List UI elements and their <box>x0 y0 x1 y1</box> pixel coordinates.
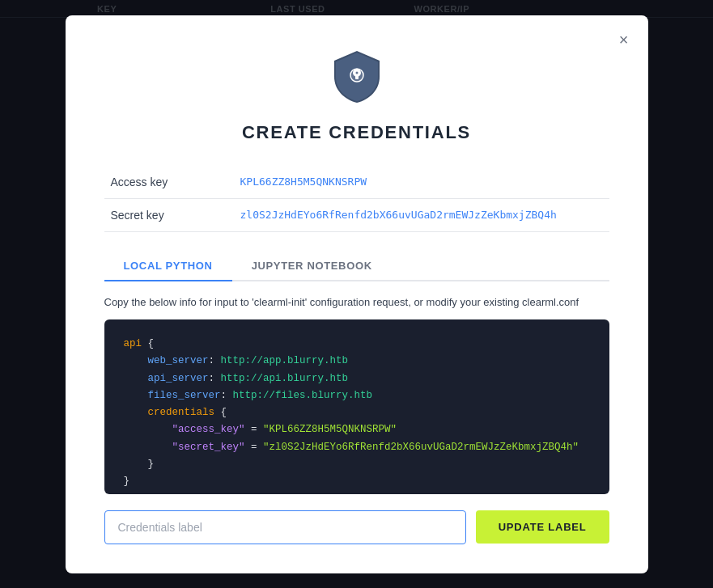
code-line-2: web_server: http://app.blurry.htb <box>124 353 590 370</box>
credentials-label-input[interactable] <box>104 510 466 544</box>
code-line-7: "secret_key" = "zl0S2JzHdEYo6RfRenfd2bX6… <box>124 439 590 456</box>
access-key-label: Access key <box>104 166 234 199</box>
modal-overlay: × CREATE CREDENTIALS Access key KPL66ZZ8… <box>0 0 713 588</box>
secret-key-label: Secret key <box>104 198 234 231</box>
code-line-3: api_server: http://api.blurry.htb <box>124 370 590 387</box>
update-label-button[interactable]: UPDATE LABEL <box>476 510 609 544</box>
close-button[interactable]: × <box>616 28 632 51</box>
credentials-table: Access key KPL66ZZ8H5M5QNKNSRPW Secret k… <box>104 166 609 232</box>
code-line-1: api { <box>124 336 590 353</box>
tab-bar: LOCAL PYTHON JUPYTER NOTEBOOK <box>104 252 609 281</box>
bottom-row: UPDATE LABEL <box>104 510 609 544</box>
code-block: api { web_server: http://app.blurry.htb … <box>104 319 609 494</box>
access-key-value: KPL66ZZ8H5M5QNKNSRPW <box>234 166 609 199</box>
tab-jupyter-notebook[interactable]: JUPYTER NOTEBOOK <box>232 252 392 281</box>
secret-key-value: zl0S2JzHdEYo6RfRenfd2bX66uvUGaD2rmEWJzZe… <box>234 198 609 231</box>
instructions-text: Copy the below info for input to 'clearm… <box>104 294 609 311</box>
code-line-6: "access_key" = "KPL66ZZ8H5M5QNKNSRPW" <box>124 421 590 438</box>
code-line-8: } <box>124 456 590 473</box>
access-key-row: Access key KPL66ZZ8H5M5QNKNSRPW <box>104 166 609 199</box>
secret-key-row: Secret key zl0S2JzHdEYo6RfRenfd2bX66uvUG… <box>104 198 609 231</box>
code-line-4: files_server: http://files.blurry.htb <box>124 387 590 404</box>
tab-local-python[interactable]: LOCAL PYTHON <box>104 252 232 281</box>
shield-icon <box>331 48 383 109</box>
code-line-5: credentials { <box>124 404 590 421</box>
modal-title: CREATE CREDENTIALS <box>242 122 471 143</box>
modal-dialog: × CREATE CREDENTIALS Access key KPL66ZZ8… <box>66 15 648 573</box>
code-line-9: } <box>124 473 590 490</box>
